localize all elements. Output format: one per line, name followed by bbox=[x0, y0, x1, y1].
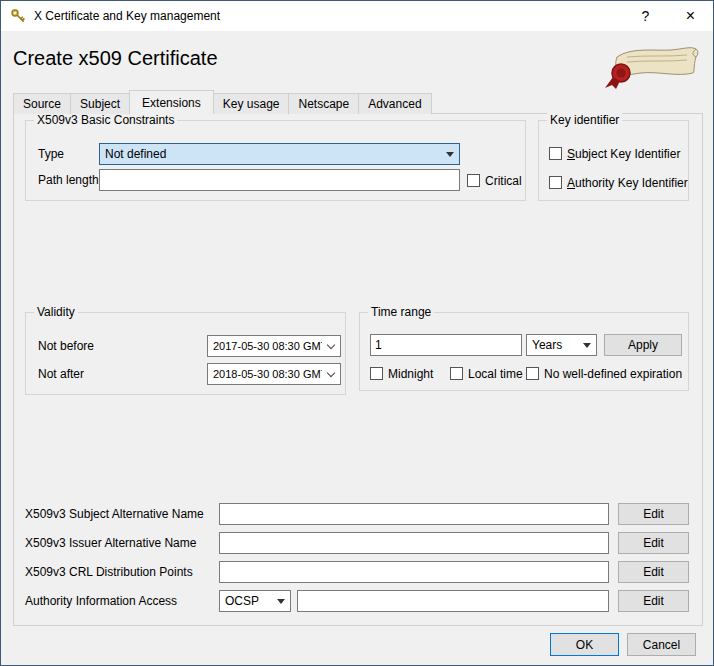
ok-button[interactable]: OK bbox=[550, 633, 619, 656]
apply-button[interactable]: Apply bbox=[604, 334, 682, 356]
ext-row-crl-distribution-points: X509v3 CRL Distribution Points Edit bbox=[1, 561, 714, 583]
not-before-combobox[interactable]: 2017-05-30 08:30 GMT bbox=[207, 335, 341, 357]
cancel-button[interactable]: Cancel bbox=[627, 633, 696, 656]
group-key-identifier: Key identifier Subject Key Identifier Au… bbox=[538, 120, 689, 201]
not-before-label: Not before bbox=[38, 335, 94, 357]
group-time-range: Time range Years Apply Midnight Local ti… bbox=[359, 312, 689, 391]
time-range-unit-value: Years bbox=[527, 338, 578, 352]
type-combobox[interactable]: Not defined bbox=[99, 143, 460, 165]
type-combobox-value: Not defined bbox=[100, 147, 441, 161]
tab-extensions[interactable]: Extensions bbox=[129, 90, 214, 114]
checkbox-box bbox=[526, 367, 539, 380]
chevron-down-icon bbox=[322, 336, 340, 356]
ext-row-issuer-alt-name: X509v3 Issuer Alternative Name Edit bbox=[1, 532, 714, 554]
midnight-label: Midnight bbox=[388, 367, 433, 381]
ext-row-authority-info-access: Authority Information Access OCSP Edit bbox=[1, 590, 714, 612]
not-after-combobox[interactable]: 2018-05-30 08:30 GMT bbox=[207, 363, 341, 385]
crl-distribution-points-label: X509v3 CRL Distribution Points bbox=[25, 561, 193, 583]
subject-alt-name-label: X509v3 Subject Alternative Name bbox=[25, 503, 204, 525]
critical-checkbox[interactable]: Critical bbox=[467, 173, 522, 188]
tab-key-usage[interactable]: Key usage bbox=[213, 93, 290, 114]
authority-key-identifier-checkbox[interactable]: Authority Key Identifier bbox=[549, 175, 688, 190]
xca-certificate-logo bbox=[597, 43, 701, 92]
group-basic-constraints-title: X509v3 Basic Constraints bbox=[34, 113, 177, 127]
tab-bar: Source Subject Extensions Key usage Nets… bbox=[13, 90, 431, 114]
help-button[interactable]: ? bbox=[623, 1, 668, 31]
time-range-amount-input[interactable] bbox=[370, 334, 522, 356]
issuer-alt-name-label: X509v3 Issuer Alternative Name bbox=[25, 532, 196, 554]
close-button[interactable]: × bbox=[668, 1, 713, 31]
not-before-value: 2017-05-30 08:30 GMT bbox=[208, 340, 322, 352]
subject-key-identifier-checkbox[interactable]: Subject Key Identifier bbox=[549, 146, 680, 161]
critical-checkbox-label: Critical bbox=[485, 174, 522, 188]
midnight-checkbox[interactable]: Midnight bbox=[370, 366, 433, 381]
local-time-checkbox[interactable]: Local time bbox=[450, 366, 523, 381]
subject-alt-name-input[interactable] bbox=[219, 503, 609, 525]
tab-netscape[interactable]: Netscape bbox=[288, 93, 359, 114]
authority-info-access-method-value: OCSP bbox=[220, 594, 272, 608]
group-validity: Validity Not before 2017-05-30 08:30 GMT… bbox=[25, 312, 346, 395]
path-length-label: Path length bbox=[38, 169, 99, 191]
no-expiration-label: No well-defined expiration bbox=[544, 367, 682, 381]
not-after-label: Not after bbox=[38, 363, 84, 385]
tab-subject[interactable]: Subject bbox=[70, 93, 130, 114]
crl-distribution-points-input[interactable] bbox=[219, 561, 609, 583]
chevron-down-icon bbox=[578, 335, 596, 355]
authority-info-access-edit-button[interactable]: Edit bbox=[618, 590, 689, 612]
checkbox-box bbox=[549, 176, 562, 189]
titlebar[interactable]: X Certificate and Key management ? × bbox=[1, 1, 713, 31]
group-validity-title: Validity bbox=[34, 305, 78, 319]
authority-key-identifier-label: Authority Key Identifier bbox=[567, 176, 688, 190]
subject-alt-name-edit-button[interactable]: Edit bbox=[618, 503, 689, 525]
chevron-down-icon bbox=[322, 364, 340, 384]
issuer-alt-name-input[interactable] bbox=[219, 532, 609, 554]
checkbox-box bbox=[450, 367, 463, 380]
chevron-down-icon bbox=[441, 144, 459, 164]
tab-advanced[interactable]: Advanced bbox=[358, 93, 431, 114]
group-basic-constraints: X509v3 Basic Constraints Type Not define… bbox=[25, 120, 526, 201]
not-after-value: 2018-05-30 08:30 GMT bbox=[208, 368, 322, 380]
no-expiration-checkbox[interactable]: No well-defined expiration bbox=[526, 366, 682, 381]
checkbox-box bbox=[370, 367, 383, 380]
time-range-unit-combobox[interactable]: Years bbox=[526, 334, 597, 356]
authority-info-access-input[interactable] bbox=[297, 590, 609, 612]
checkbox-box bbox=[549, 147, 562, 160]
type-label: Type bbox=[38, 143, 64, 165]
local-time-label: Local time bbox=[468, 367, 523, 381]
authority-info-access-label: Authority Information Access bbox=[25, 590, 177, 612]
create-certificate-dialog: X Certificate and Key management ? × Cre… bbox=[0, 0, 714, 666]
group-time-range-title: Time range bbox=[368, 305, 434, 319]
group-key-identifier-title: Key identifier bbox=[547, 113, 622, 127]
checkbox-box bbox=[467, 174, 480, 187]
ext-row-subject-alt-name: X509v3 Subject Alternative Name Edit bbox=[1, 503, 714, 525]
chevron-down-icon bbox=[272, 591, 290, 611]
subject-key-identifier-label: Subject Key Identifier bbox=[567, 147, 680, 161]
issuer-alt-name-edit-button[interactable]: Edit bbox=[618, 532, 689, 554]
path-length-input[interactable] bbox=[99, 169, 460, 191]
crl-distribution-points-edit-button[interactable]: Edit bbox=[618, 561, 689, 583]
page-title: Create x509 Certificate bbox=[13, 47, 218, 70]
window-title: X Certificate and Key management bbox=[34, 9, 220, 23]
tab-source[interactable]: Source bbox=[13, 93, 71, 114]
authority-info-access-method-combobox[interactable]: OCSP bbox=[219, 590, 291, 612]
app-key-icon bbox=[10, 8, 26, 24]
